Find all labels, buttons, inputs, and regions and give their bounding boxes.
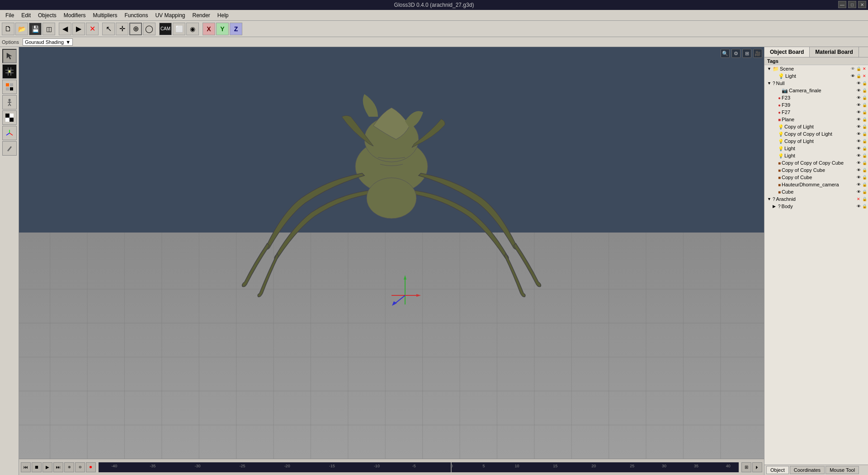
tool-3d-axis[interactable]	[2, 126, 17, 140]
lock-icon-copy-copy-light[interactable]: 🔒	[862, 131, 867, 137]
tree-item-copy2-cube[interactable]: ■ Copy of Copy Cube 👁 🔒	[764, 166, 868, 174]
lock-icon-copy3-cube[interactable]: 🔒	[862, 160, 867, 166]
menu-multipliers[interactable]: Multipliers	[89, 11, 121, 19]
viewport-layout-icon[interactable]: ⊞	[742, 49, 751, 58]
lock-icon-f39[interactable]: 🔒	[862, 102, 867, 108]
timeline-record-button[interactable]: ⏺	[86, 462, 96, 472]
tool-select[interactable]	[2, 49, 17, 63]
tree-item-copy-cube[interactable]: ■ Copy of Cube 👁 🔒	[764, 174, 868, 181]
timeline-stop-button[interactable]: ⏹	[32, 462, 42, 472]
menu-functions[interactable]: Functions	[121, 11, 151, 19]
lock-icon-copy-light-2[interactable]: 🔒	[862, 138, 867, 144]
shading-dropdown[interactable]: Gouraud Shading ▼	[23, 38, 73, 46]
visibility-icon-plane[interactable]: 👁	[856, 117, 861, 122]
visibility-icon-copy-light-2[interactable]: 👁	[856, 138, 861, 144]
tool-color[interactable]	[2, 80, 17, 94]
axis-y-button[interactable]: Y	[216, 23, 229, 35]
tree-item-hauteur[interactable]: ■ HauteurDhomme_camera 👁 🔒	[764, 181, 868, 188]
tree-item-cube[interactable]: ■ Cube 👁 🔒	[764, 188, 868, 195]
visibility-icon-cube[interactable]: 👁	[856, 189, 861, 195]
close-button[interactable]: ✕	[858, 1, 866, 8]
lock-icon-light-a[interactable]: 🔒	[862, 146, 867, 151]
timeline-view-play-button[interactable]: ⏵	[752, 462, 762, 472]
tool-grid[interactable]	[2, 64, 17, 79]
menu-objects[interactable]: Objects	[34, 11, 60, 19]
visibility-icon-copy-cube[interactable]: 👁	[856, 175, 861, 180]
visibility-icon-arachnid[interactable]: ✕	[856, 196, 861, 202]
visibility-icon-body[interactable]: 👁	[856, 204, 861, 209]
timeline-view-grid-button[interactable]: ⊞	[741, 462, 751, 472]
visibility-icon-light-a[interactable]: 👁	[856, 146, 861, 151]
copy-object-button[interactable]: ⊕	[129, 23, 142, 35]
visibility-icon-light-b[interactable]: 👁	[856, 153, 861, 158]
tool-figure[interactable]	[2, 95, 17, 109]
visibility-icon-f27[interactable]: 👁	[856, 109, 861, 115]
visibility-icon-copy2-cube[interactable]: 👁	[856, 167, 861, 173]
lock-icon-plane[interactable]: 🔒	[862, 117, 867, 122]
timeline-end-button[interactable]: ⏭	[53, 462, 63, 472]
tab-object-board[interactable]: Object Board	[764, 47, 810, 57]
new-button[interactable]: 🗋	[2, 23, 14, 35]
tree-item-copy-light[interactable]: 💡 Copy of Light 👁 🔒	[764, 123, 868, 130]
lock-icon-copy-light[interactable]: 🔒	[862, 124, 867, 129]
tree-item-light-a[interactable]: 💡 Light 👁 🔒	[764, 145, 868, 152]
tab-object[interactable]: Object	[766, 466, 789, 474]
lock-icon-f27[interactable]: 🔒	[862, 109, 867, 115]
tree-item-null[interactable]: ▼ ? Null 👁 🔒	[764, 80, 868, 87]
viewport-search-icon[interactable]: 🔍	[721, 49, 730, 58]
delete-button[interactable]: ✕	[86, 23, 99, 35]
tree-item-f27[interactable]: ● F27 👁 🔒	[764, 109, 868, 116]
tree-item-arachnid[interactable]: ▼ ? Arachnid ✕ 🔒	[764, 195, 868, 203]
viewport-settings-icon[interactable]: ⚙	[731, 49, 741, 58]
select-button[interactable]: ↖	[102, 23, 115, 35]
tree-item-copy3-cube[interactable]: ■ Copy of Copy of Copy Cube 👁 🔒	[764, 159, 868, 166]
x-icon-light-1[interactable]: ✕	[862, 73, 867, 79]
viewport-camera-icon[interactable]: 🎥	[753, 49, 762, 58]
lock-icon-null[interactable]: 🔒	[862, 81, 867, 86]
visibility-icon-scene[interactable]: 👁	[850, 66, 855, 71]
menu-edit[interactable]: Edit	[18, 11, 34, 19]
lock-icon-light-b[interactable]: 🔒	[862, 153, 867, 158]
axis-z-button[interactable]: Z	[230, 23, 242, 35]
timeline-start-button[interactable]: ⏮	[21, 462, 31, 472]
visibility-icon-hauteur[interactable]: 👁	[856, 182, 861, 187]
visibility-icon-null[interactable]: 👁	[856, 81, 861, 86]
visibility-icon-copy-light[interactable]: 👁	[856, 124, 861, 129]
tab-mouse-tool[interactable]: Mouse Tool	[826, 466, 859, 474]
texture-button[interactable]: ◉	[186, 23, 199, 35]
tree-item-f23[interactable]: ● F23 👁 🔒	[764, 94, 868, 101]
open-button[interactable]: 📂	[15, 23, 28, 35]
tree-item-light-b[interactable]: 💡 Light 👁 🔒	[764, 152, 868, 159]
tree-item-camera[interactable]: 📷 Camera_finale 👁 🔒	[764, 87, 868, 94]
tree-item-light-1[interactable]: 💡 Light 👁 🔒 ✕	[764, 72, 868, 80]
tool-knife[interactable]	[2, 141, 17, 156]
lock-icon-hauteur[interactable]: 🔒	[862, 182, 867, 187]
undo-button[interactable]: ◀	[59, 23, 71, 35]
axis-x-button[interactable]: X	[203, 23, 215, 35]
maximize-button[interactable]: □	[848, 1, 856, 8]
menu-modifiers[interactable]: Modifiers	[60, 11, 90, 19]
visibility-icon-camera[interactable]: 👁	[856, 88, 861, 93]
menu-help[interactable]: Help	[214, 11, 232, 19]
x-icon-scene[interactable]: ✕	[862, 66, 867, 71]
tree-item-copy-light-2[interactable]: 💡 Copy of Light 👁 🔒	[764, 138, 868, 145]
tree-item-body[interactable]: ▶ ? Body 👁 🔒	[764, 203, 868, 210]
visibility-icon-f39[interactable]: 👁	[856, 102, 861, 108]
lock-icon-body[interactable]: 🔒	[862, 204, 867, 209]
minimize-button[interactable]: —	[838, 1, 846, 8]
lock-icon-cube[interactable]: 🔒	[862, 189, 867, 195]
lock-icon-copy-cube[interactable]: 🔒	[862, 175, 867, 180]
lock-icon-f23[interactable]: 🔒	[862, 95, 867, 100]
visibility-icon-f23[interactable]: 👁	[856, 95, 861, 100]
tool-checkerboard[interactable]	[2, 110, 17, 125]
lock-icon-arachnid[interactable]: 🔒	[862, 196, 867, 202]
save-dark-button[interactable]: 💾	[29, 23, 42, 35]
tree-item-plane[interactable]: ■ Plane 👁 🔒	[764, 116, 868, 123]
menu-file[interactable]: File	[2, 11, 18, 19]
visibility-icon-light-1[interactable]: 👁	[850, 73, 855, 79]
tree-item-scene[interactable]: ▼ 📁 Scene 👁 🔒 ✕	[764, 65, 868, 72]
lock-icon-camera[interactable]: 🔒	[862, 88, 867, 93]
material-button[interactable]: ⬜	[173, 23, 185, 35]
viewport-3d[interactable]: 🔍 ⚙ ⊞ 🎥	[19, 47, 764, 459]
camera-button[interactable]: CAM	[159, 23, 172, 35]
